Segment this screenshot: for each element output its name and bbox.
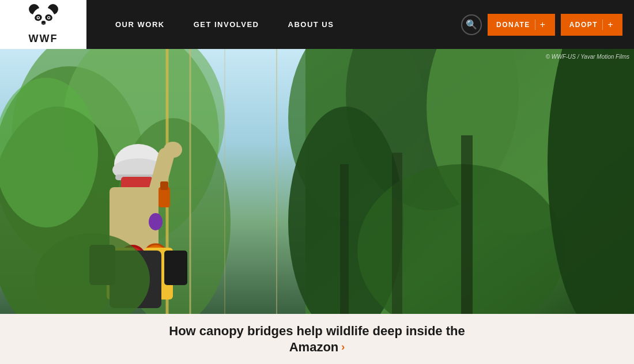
arrow-icon: › [341, 341, 345, 353]
nav-right: 🔍 DONATE + ADOPT + [461, 14, 634, 36]
svg-rect-24 [392, 153, 402, 314]
nav-item-our-work[interactable]: OUR WORK [104, 14, 176, 35]
logo[interactable]: WWF [0, 0, 86, 49]
donate-plus: + [535, 20, 546, 30]
svg-point-8 [48, 17, 50, 18]
svg-point-36 [164, 142, 182, 158]
svg-rect-45 [160, 181, 168, 190]
credit-text: © WWF-US / Yavar Motion Films [546, 54, 629, 60]
adopt-plus: + [602, 20, 614, 30]
nav-item-get-involved[interactable]: GET INVOLVED [182, 14, 271, 35]
svg-point-7 [37, 17, 39, 18]
headline-line1: How canopy bridges help wildlife deep in… [169, 324, 465, 339]
hero-section: © WWF-US / Yavar Motion Films [0, 49, 634, 314]
svg-rect-25 [461, 135, 473, 314]
panda-icon [28, 4, 59, 33]
header: WWF OUR WORK GET INVOLVED ABOUT US 🔍 DON… [0, 0, 634, 49]
search-button[interactable]: 🔍 [461, 14, 482, 35]
forest-scene [0, 49, 634, 314]
nav-item-about-us[interactable]: ABOUT US [277, 14, 346, 35]
headline-line2[interactable]: Amazon › [289, 340, 345, 355]
adopt-label: ADOPT [569, 21, 598, 29]
svg-rect-44 [158, 187, 170, 207]
svg-rect-23 [340, 164, 349, 314]
bottom-section: How canopy bridges help wildlife deep in… [0, 314, 634, 364]
adopt-button[interactable]: ADOPT + [561, 14, 622, 36]
navigation: OUR WORK GET INVOLVED ABOUT US [86, 14, 461, 35]
wwf-label: WWF [29, 33, 58, 45]
svg-point-46 [149, 213, 163, 230]
donate-button[interactable]: DONATE + [488, 14, 555, 36]
search-icon: 🔍 [466, 19, 477, 30]
donate-label: DONATE [496, 21, 530, 29]
svg-rect-43 [164, 251, 187, 285]
headline-text: Amazon [289, 340, 339, 355]
